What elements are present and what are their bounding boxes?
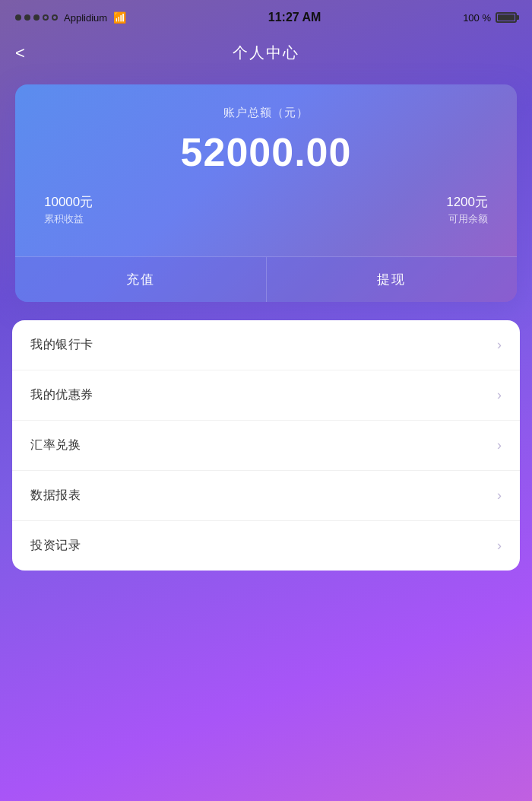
- status-right: 100 %: [463, 12, 517, 24]
- chevron-right-icon: ›: [497, 337, 502, 353]
- bottom-space: [0, 571, 532, 601]
- card-actions: 充值 提现: [15, 256, 517, 302]
- card-top: 账户总额（元） 52000.00 10000元 累积收益 1200元 可用余额: [15, 84, 517, 256]
- chevron-right-icon: ›: [497, 437, 502, 453]
- status-bar: Applidium 📶 11:27 AM 100 %: [0, 0, 532, 33]
- signal-dot-2: [24, 14, 30, 21]
- stat2-label: 可用余额: [448, 212, 488, 226]
- card-stats: 10000元 累积收益 1200元 可用余额: [36, 193, 496, 241]
- menu-item-label: 我的优惠券: [30, 387, 93, 403]
- chevron-right-icon: ›: [497, 387, 502, 403]
- stat1-label: 累积收益: [44, 212, 84, 226]
- menu-item[interactable]: 汇率兑换›: [12, 421, 520, 471]
- menu-item-label: 汇率兑换: [30, 437, 81, 453]
- wifi-icon: 📶: [113, 11, 126, 24]
- status-left: Applidium 📶: [15, 11, 126, 24]
- menu-item-label: 我的银行卡: [30, 337, 93, 353]
- recharge-button[interactable]: 充值: [15, 257, 267, 302]
- page-title: 个人中心: [233, 43, 299, 63]
- account-label: 账户总额（元）: [36, 106, 496, 120]
- menu-list: 我的银行卡›我的优惠券›汇率兑换›数据报表›投资记录›: [12, 320, 520, 571]
- menu-item[interactable]: 我的银行卡›: [12, 320, 520, 370]
- battery-fill: [498, 14, 515, 21]
- signal-dot-4: [43, 14, 49, 21]
- status-time: 11:27 AM: [268, 11, 321, 24]
- stat2-value: 1200元: [446, 193, 488, 211]
- account-card: 账户总额（元） 52000.00 10000元 累积收益 1200元 可用余额 …: [15, 84, 517, 302]
- header: < 个人中心: [0, 33, 532, 78]
- menu-item-label: 投资记录: [30, 538, 81, 554]
- stat-item-2: 1200元 可用余额: [446, 193, 488, 226]
- menu-item[interactable]: 投资记录›: [12, 521, 520, 571]
- menu-item[interactable]: 我的优惠券›: [12, 370, 520, 421]
- signal-dot-3: [33, 14, 40, 21]
- menu-item-label: 数据报表: [30, 488, 81, 504]
- battery-icon: [496, 12, 517, 23]
- chevron-right-icon: ›: [497, 538, 502, 554]
- stat-item-1: 10000元 累积收益: [44, 193, 93, 226]
- carrier-label: Applidium: [64, 12, 107, 24]
- withdraw-button[interactable]: 提现: [267, 257, 518, 302]
- chevron-right-icon: ›: [497, 488, 502, 504]
- account-amount: 52000.00: [36, 129, 496, 175]
- stat1-value: 10000元: [44, 193, 93, 211]
- menu-item[interactable]: 数据报表›: [12, 471, 520, 521]
- battery-label: 100 %: [463, 12, 491, 24]
- signal-dot-1: [15, 14, 21, 21]
- signal-dot-5: [52, 14, 58, 21]
- back-button[interactable]: <: [15, 43, 25, 63]
